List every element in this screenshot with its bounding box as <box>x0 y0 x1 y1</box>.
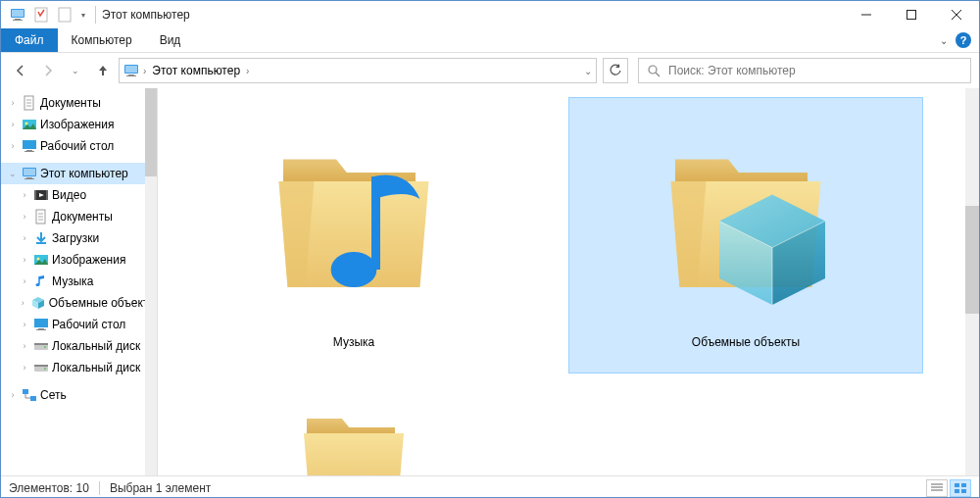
help-icon[interactable]: ? <box>956 32 971 48</box>
qat-dropdown-icon[interactable]: ▾ <box>77 4 89 25</box>
chevron-icon[interactable]: › <box>19 341 30 351</box>
tab-file[interactable]: Файл <box>1 28 58 52</box>
folder-item[interactable]: Объемные объекты <box>569 98 922 373</box>
svg-rect-27 <box>26 177 32 178</box>
tree-item[interactable]: ›Рабочий стол <box>1 135 157 157</box>
svg-rect-31 <box>46 190 48 200</box>
tree-item[interactable]: ›Документы <box>1 206 157 227</box>
chevron-right-icon[interactable]: › <box>143 66 146 76</box>
tree-scroll-thumb[interactable] <box>145 88 157 176</box>
tree-item-label: Сеть <box>40 388 67 402</box>
tree-item-label: Документы <box>40 96 101 110</box>
tree-item-label: Этот компьютер <box>40 167 128 180</box>
tree-item-label: Музыка <box>52 274 93 288</box>
chevron-icon[interactable]: › <box>7 98 19 108</box>
chevron-icon[interactable]: › <box>19 233 30 243</box>
minimize-button[interactable] <box>844 1 889 28</box>
chevron-icon[interactable]: › <box>19 190 30 200</box>
content-scroll-thumb[interactable] <box>965 206 979 314</box>
tree-item[interactable]: ›Сеть <box>1 384 157 406</box>
address-dropdown-icon[interactable]: ⌄ <box>584 66 592 76</box>
tab-view[interactable]: Вид <box>146 28 195 52</box>
view-details-button[interactable] <box>926 479 948 497</box>
search-icon <box>647 64 661 77</box>
svg-point-52 <box>44 368 46 370</box>
tree-item[interactable]: ›Документы <box>1 92 157 114</box>
close-button[interactable] <box>934 1 979 28</box>
properties-icon[interactable] <box>30 4 52 25</box>
svg-line-15 <box>656 73 660 76</box>
address-bar[interactable]: › Этот компьютер › ⌄ <box>119 58 597 83</box>
new-folder-icon[interactable] <box>54 4 75 25</box>
search-box[interactable] <box>638 58 971 83</box>
breadcrumb-root[interactable]: Этот компьютер <box>150 64 242 77</box>
pc-icon[interactable] <box>7 4 28 25</box>
pc-icon <box>22 166 37 181</box>
chevron-right-icon[interactable]: › <box>246 66 249 76</box>
folder-icon <box>241 104 466 329</box>
chevron-icon[interactable]: › <box>19 276 30 286</box>
tree-scrollbar[interactable] <box>145 88 157 475</box>
tree-item[interactable]: ›Изображения <box>1 249 157 271</box>
music-icon <box>33 274 49 289</box>
svg-rect-12 <box>128 75 134 75</box>
tree-item-label: Изображения <box>52 253 125 267</box>
tree-item-label: Объемные объекты <box>49 296 157 310</box>
navbar: ⌄ › Этот компьютер › ⌄ <box>1 53 979 88</box>
svg-rect-44 <box>34 319 48 327</box>
status-count: Элементов: 10 <box>9 481 89 495</box>
tree-item-label: Локальный диск <box>52 339 140 353</box>
svg-point-55 <box>331 252 377 287</box>
folder-item[interactable] <box>177 412 530 475</box>
chevron-icon[interactable]: › <box>19 212 30 222</box>
ribbon-tabs: Файл Компьютер Вид ⌄ ? <box>1 28 979 52</box>
refresh-button[interactable] <box>603 58 628 83</box>
tree-item[interactable]: ›Локальный диск <box>1 335 157 357</box>
3d-icon <box>30 295 46 311</box>
tab-computer[interactable]: Компьютер <box>58 28 146 52</box>
search-input[interactable] <box>668 64 962 77</box>
up-button[interactable] <box>91 59 115 82</box>
back-button[interactable] <box>9 59 32 82</box>
tree-item[interactable]: ⌄Этот компьютер <box>1 163 157 184</box>
pc-icon <box>123 63 139 78</box>
svg-rect-51 <box>34 365 48 367</box>
chevron-icon[interactable]: › <box>7 120 19 129</box>
chevron-icon[interactable]: › <box>7 390 19 400</box>
content-area[interactable]: Музыка Объемные объекты <box>158 88 979 475</box>
tree-item[interactable]: ›Объемные объекты <box>1 292 157 314</box>
svg-rect-46 <box>36 329 46 330</box>
svg-point-49 <box>44 346 46 348</box>
folder-label: Объемные объекты <box>692 335 800 349</box>
chevron-icon[interactable]: › <box>19 320 30 329</box>
maximize-button[interactable] <box>889 1 934 28</box>
svg-rect-22 <box>23 140 36 149</box>
tree-item[interactable]: ›Видео <box>1 184 157 206</box>
tree-item[interactable]: ›Музыка <box>1 271 157 292</box>
doc-icon <box>22 95 37 111</box>
svg-rect-7 <box>907 11 916 20</box>
ribbon-expand-icon[interactable]: ⌄ <box>940 35 948 46</box>
explorer-body: ›Документы›Изображения›Рабочий стол⌄Этот… <box>1 88 979 475</box>
tree-item[interactable]: ›Изображения <box>1 114 157 135</box>
svg-rect-30 <box>34 190 36 200</box>
view-large-icons-button[interactable] <box>950 479 971 497</box>
svg-rect-45 <box>38 328 44 329</box>
chevron-icon[interactable]: › <box>19 255 30 265</box>
content-scrollbar[interactable] <box>965 88 979 475</box>
svg-point-39 <box>37 258 40 261</box>
net-icon <box>22 387 37 403</box>
tree-item[interactable]: ›Рабочий стол <box>1 314 157 335</box>
tree-item[interactable]: ›Загрузки <box>1 227 157 249</box>
chevron-icon[interactable]: › <box>19 363 30 373</box>
recent-dropdown-icon[interactable]: ⌄ <box>64 59 87 82</box>
disk-icon <box>33 360 49 375</box>
tree-item[interactable]: ›Локальный диск <box>1 357 157 378</box>
title-separator <box>95 6 96 24</box>
chevron-icon[interactable]: ⌄ <box>7 169 19 178</box>
chevron-icon[interactable]: › <box>19 298 27 308</box>
forward-button[interactable] <box>36 59 60 82</box>
chevron-icon[interactable]: › <box>7 141 19 151</box>
folder-icon <box>241 418 466 475</box>
folder-item[interactable]: Музыка <box>177 98 530 373</box>
